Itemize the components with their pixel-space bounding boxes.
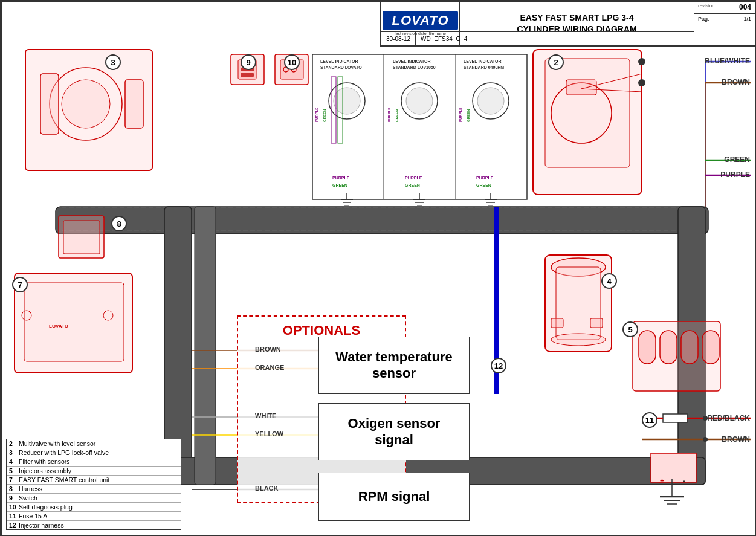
diagram-container: + - + - LEVEL INDICATOR STANDARD LOVATO … (0, 0, 756, 536)
svg-text:GREEN: GREEN (323, 109, 326, 122)
svg-text:PURPLE: PURPLE (459, 108, 462, 122)
svg-text:LEVEL INDICATOR: LEVEL INDICATOR (464, 59, 502, 63)
svg-text:GREEN: GREEN (467, 109, 470, 122)
wire-label-brown1: BROWN (255, 346, 281, 353)
legend-text-3: Reducer with LPG lock-off valve (19, 449, 109, 456)
svg-rect-119 (702, 331, 719, 364)
svg-rect-90 (40, 74, 59, 134)
legend-row-9: 9 Switch (7, 494, 181, 503)
oxygen-label: Oxigen sensor signal (348, 416, 441, 448)
side-label-brown: BROWN (722, 78, 750, 86)
svg-text:-: - (683, 477, 685, 485)
legend-num-12: 12 (9, 521, 19, 529)
circle-num-10: 10 (284, 54, 300, 70)
legend-row-3: 3 Reducer with LPG lock-off valve (7, 448, 181, 457)
legend-num-5: 5 (9, 467, 19, 474)
svg-text:LEVEL INDICATOR: LEVEL INDICATOR (393, 59, 431, 63)
svg-text:STANDARD 0400HM: STANDARD 0400HM (464, 65, 504, 69)
legend-text-10: Self-diagnosis plug (19, 503, 73, 511)
water-temp-label: Water temperature sensor (335, 349, 453, 381)
legend-box: 2 Multivalve with level sensor 3 Reducer… (6, 439, 181, 530)
legend-row-8: 8 Harness (7, 485, 181, 494)
svg-text:+: + (660, 477, 664, 485)
legend-num-3: 3 (9, 449, 19, 456)
svg-point-70 (477, 88, 504, 114)
circle-num-11: 11 (642, 412, 657, 428)
legend-num-10: 10 (9, 503, 19, 511)
page-label: Pag. (698, 16, 709, 22)
legend-text-9: Switch (19, 494, 37, 502)
rpm-signal-box: RPM signal (318, 473, 470, 521)
svg-rect-93 (63, 221, 100, 254)
legend-row-12: 12 Injector harness (7, 521, 181, 529)
legend-row-2: 2 Multivalve with level sensor (7, 439, 181, 448)
date-row: 30-08-12 WD_EFS34_G_4 (380, 31, 694, 47)
svg-rect-117 (660, 331, 677, 364)
circle-num-12: 12 (491, 358, 506, 373)
side-label-brown2: BROWN (722, 435, 750, 444)
svg-text:PURPLE: PURPLE (476, 176, 494, 180)
legend-num-7: 7 (9, 476, 19, 483)
date-cell: 30-08-12 (381, 32, 416, 45)
side-label-blue-white: BLUE/WHITE (705, 57, 750, 65)
legend-num-9: 9 (9, 494, 19, 502)
svg-point-89 (62, 80, 110, 128)
svg-text:LEVEL INDICATOR: LEVEL INDICATOR (320, 59, 358, 63)
side-label-green: GREEN (724, 155, 750, 164)
svg-rect-7 (195, 207, 216, 485)
circle-num-2: 2 (548, 54, 564, 70)
svg-text:PURPLE: PURPLE (332, 176, 350, 180)
legend-text-4: Filter with sensors (19, 458, 70, 465)
svg-text:PURPLE: PURPLE (315, 108, 318, 122)
svg-rect-121 (545, 59, 630, 167)
svg-rect-103 (241, 73, 254, 77)
svg-rect-113 (551, 318, 563, 328)
circle-num-4: 4 (601, 273, 617, 289)
svg-point-62 (406, 88, 433, 114)
svg-text:PURPLE: PURPLE (405, 176, 422, 180)
svg-text:GREEN: GREEN (476, 183, 491, 187)
rpm-label: RPM signal (358, 489, 430, 505)
legend-text-11: Fuse 15 A (19, 512, 47, 520)
revision-value: 004 (739, 3, 751, 11)
wire-label-orange: ORANGE (255, 364, 284, 371)
svg-text:PURPLE: PURPLE (387, 108, 391, 122)
svg-text:STANDARD LOV1050: STANDARD LOV1050 (393, 65, 436, 69)
side-label-red-black: RED/BLACK (707, 414, 750, 422)
svg-point-112 (551, 334, 606, 346)
legend-text-7: EASY FAST SMART control unit (19, 476, 109, 483)
svg-point-126 (638, 58, 645, 65)
legend-num-4: 4 (9, 458, 19, 465)
legend-num-11: 11 (9, 512, 19, 520)
svg-rect-111 (556, 267, 601, 340)
svg-rect-27 (663, 414, 687, 422)
circle-num-7: 7 (12, 277, 28, 292)
oxygen-sensor-box: Oxigen sensor signal (318, 403, 470, 460)
svg-rect-116 (639, 331, 656, 364)
legend-num-2: 2 (9, 440, 19, 447)
svg-rect-114 (590, 318, 603, 328)
wire-label-yellow: YELLOW (255, 430, 283, 438)
legend-row-4: 4 Filter with sensors (7, 457, 181, 467)
svg-text:LOVATO: LOVATO (49, 323, 68, 329)
svg-rect-123 (566, 80, 596, 95)
revision-row: revision 004 (694, 1, 755, 14)
svg-rect-1 (56, 207, 708, 234)
page-row: Pag. 1/1 (694, 14, 755, 24)
legend-row-7: 7 EASY FAST SMART control unit (7, 476, 181, 485)
wire-label-white: WHITE (255, 412, 276, 419)
brand-logo: LOVATO (383, 11, 458, 30)
svg-rect-95 (24, 283, 124, 361)
revision-cell: revision 004 Pag. 1/1 (694, 1, 755, 45)
svg-text:GREEN: GREEN (332, 183, 347, 187)
svg-rect-118 (681, 331, 698, 364)
wire-label-black: BLACK (255, 485, 279, 492)
svg-text:STANDARD LOVATO: STANDARD LOVATO (320, 65, 362, 69)
legend-row-11: 11 Fuse 15 A (7, 512, 181, 521)
legend-text-5: Injectors assembly (19, 467, 71, 474)
page-value: 1/1 (743, 16, 751, 22)
legend-num-8: 8 (9, 485, 19, 492)
circle-num-5: 5 (622, 321, 638, 337)
legend-row-5: 5 Injectors assembly (7, 467, 181, 476)
svg-rect-91 (125, 80, 143, 128)
